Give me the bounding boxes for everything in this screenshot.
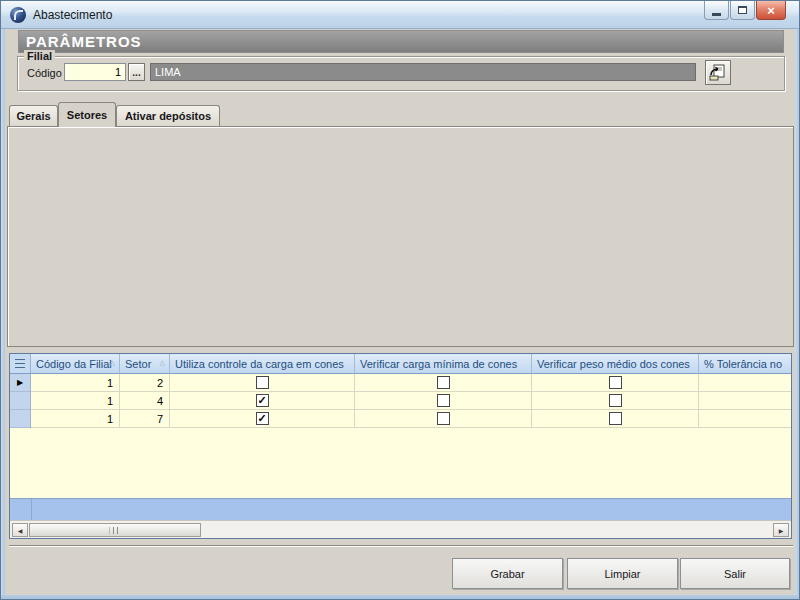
list-icon	[15, 359, 25, 368]
scroll-right-icon: ▶	[779, 527, 784, 534]
grid-checkbox[interactable]	[256, 376, 269, 389]
cell-verificar-carga[interactable]	[355, 374, 532, 392]
close-icon: ×	[767, 4, 775, 17]
salir-button[interactable]: Salir	[680, 558, 790, 589]
maximize-button[interactable]	[730, 1, 755, 20]
grid-new-row-band[interactable]	[10, 498, 791, 520]
cell-codigo[interactable]: 1	[31, 392, 120, 410]
column-header-codigo[interactable]: Código da Filial△	[31, 354, 120, 374]
setores-tab-panel	[7, 126, 794, 347]
cell-setor[interactable]: 2	[120, 374, 170, 392]
grid-checkbox[interactable]	[437, 412, 450, 425]
cell-tolerancia[interactable]	[699, 392, 791, 410]
horizontal-scrollbar[interactable]: ◀ ▶	[10, 520, 791, 538]
window-frame-bottom	[1, 595, 799, 599]
codigo-input[interactable]: 1	[64, 63, 126, 81]
filial-group-label: Filial	[24, 50, 55, 62]
cell-verificar-peso[interactable]	[532, 374, 699, 392]
scroll-left-button[interactable]: ◀	[12, 523, 28, 537]
window-title: Abastecimento	[33, 8, 112, 22]
grid-checkbox[interactable]	[437, 376, 450, 389]
cell-tolerancia[interactable]	[699, 374, 791, 392]
codigo-label: Código	[27, 67, 62, 79]
app-icon	[10, 7, 26, 23]
scroll-right-button[interactable]: ▶	[773, 523, 789, 537]
divider	[9, 545, 793, 547]
cell-utiliza[interactable]: ✓	[170, 410, 355, 428]
cell-setor[interactable]: 4	[120, 392, 170, 410]
grid-checkbox[interactable]	[609, 376, 622, 389]
row-selector[interactable]: ▶	[10, 374, 31, 392]
change-filial-button[interactable]	[705, 60, 731, 85]
minimize-button[interactable]	[704, 1, 729, 20]
cell-verificar-carga[interactable]	[355, 392, 532, 410]
scroll-left-icon: ◀	[18, 527, 23, 534]
column-header-verificar-peso[interactable]: Verificar peso médio dos cones	[532, 354, 699, 374]
tab-ativar-depositos[interactable]: Ativar depósitos	[116, 105, 220, 126]
grabar-button[interactable]: Grabar	[452, 558, 563, 589]
row-selector[interactable]	[10, 410, 31, 428]
grip-icon	[110, 527, 121, 534]
filial-name-display: LIMA	[150, 63, 696, 81]
cell-utiliza[interactable]	[170, 374, 355, 392]
cell-codigo[interactable]: 1	[31, 374, 120, 392]
column-header-setor[interactable]: Setor△	[120, 354, 170, 374]
cell-codigo[interactable]: 1	[31, 410, 120, 428]
column-header-label: Setor	[125, 358, 151, 370]
maximize-icon	[738, 6, 747, 14]
cell-utiliza[interactable]: ✓	[170, 392, 355, 410]
page-title: PARÂMETROS	[18, 30, 784, 53]
grid-checkbox[interactable]: ✓	[256, 412, 269, 425]
cell-verificar-carga[interactable]	[355, 410, 532, 428]
column-header-utiliza[interactable]: Utiliza controle da carga em cones	[170, 354, 355, 374]
tab-setores[interactable]: Setores	[58, 102, 116, 127]
cell-tolerancia[interactable]	[699, 410, 791, 428]
window-frame-left	[1, 29, 5, 599]
setores-grid: Código da Filial△ Setor△ Utiliza control…	[9, 353, 792, 539]
minimize-icon	[712, 13, 721, 16]
row-selector[interactable]	[10, 392, 31, 410]
sort-asc-icon: △	[110, 359, 115, 367]
tab-gerais[interactable]: Gerais	[9, 105, 58, 126]
grid-corner-header[interactable]	[10, 354, 31, 374]
grid-checkbox[interactable]	[437, 394, 450, 407]
current-row-icon: ▶	[17, 378, 23, 387]
column-header-tolerancia[interactable]: % Tolerância no	[699, 354, 791, 374]
close-button[interactable]: ×	[756, 1, 786, 20]
divider	[31, 499, 32, 520]
scrollbar-thumb[interactable]	[29, 523, 201, 537]
grid-checkbox[interactable]	[609, 394, 622, 407]
grid-checkbox[interactable]	[609, 412, 622, 425]
grid-checkbox[interactable]: ✓	[256, 394, 269, 407]
app-window: Abastecimento × PARÂMETROS Filial Código…	[0, 0, 800, 600]
cell-setor[interactable]: 7	[120, 410, 170, 428]
window-frame-right	[795, 29, 799, 599]
cell-verificar-peso[interactable]	[532, 392, 699, 410]
title-bar: Abastecimento ×	[1, 1, 799, 29]
sort-asc-icon: △	[160, 359, 165, 367]
document-arrow-icon	[709, 64, 727, 81]
cell-verificar-peso[interactable]	[532, 410, 699, 428]
column-header-verificar-carga[interactable]: Verificar carga mínima de cones	[355, 354, 532, 374]
codigo-browse-button[interactable]: ...	[128, 63, 145, 81]
limpiar-button[interactable]: Limpiar	[567, 558, 678, 589]
column-header-label: Código da Filial	[36, 358, 112, 370]
